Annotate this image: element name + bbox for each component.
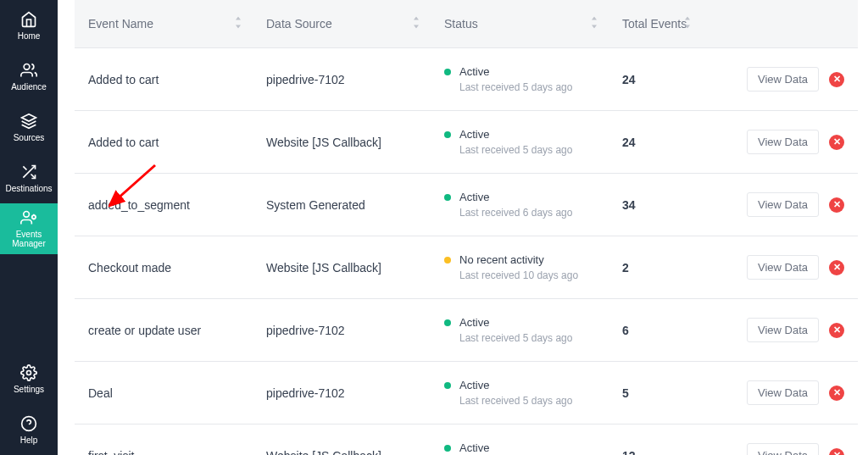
event-name: Added to cart [88, 73, 239, 86]
sidebar-label: Sources [12, 133, 47, 142]
event-name: added_to_segment [88, 198, 239, 212]
view-data-button[interactable]: View Data [747, 443, 819, 455]
status-cell: Active Last received 5 days ago [444, 65, 595, 93]
delete-icon[interactable]: ✕ [829, 72, 844, 87]
total-events: 24 [622, 136, 636, 149]
row-actions: View Data ✕ [715, 67, 844, 92]
table-row: create or update user pipedrive-7102 Act… [75, 299, 858, 362]
events-table: Event Name Data Source Status [75, 0, 858, 455]
row-actions: View Data ✕ [715, 130, 844, 154]
sidebar-label: Home [16, 31, 42, 41]
col-header-event-name[interactable]: Event Name [75, 0, 253, 48]
delete-icon[interactable]: ✕ [829, 448, 844, 456]
view-data-button[interactable]: View Data [747, 255, 819, 280]
status-cell: Active Last received 5 days ago [444, 128, 595, 156]
status-dot-icon [444, 319, 451, 326]
status-text: No recent activity [459, 253, 544, 266]
row-actions: View Data ✕ [715, 318, 844, 342]
sidebar-item-events-manager[interactable]: Events Manager [0, 203, 58, 254]
status-last-received: Last received 5 days ago [459, 144, 595, 156]
sidebar-item-help[interactable]: Help [0, 404, 58, 455]
help-icon [20, 415, 37, 432]
table-row: added_to_segment System Generated Active… [75, 174, 858, 236]
col-header-label: Status [444, 17, 478, 31]
status-text: Active [459, 379, 489, 391]
event-name: first_visit [88, 449, 239, 456]
total-events: 12 [622, 449, 636, 456]
sidebar-label: Audience [9, 82, 48, 92]
svg-line-4 [23, 166, 26, 169]
delete-icon[interactable]: ✕ [829, 260, 844, 275]
status-cell: Active Last received 6 days ago [444, 441, 595, 455]
col-header-label: Event Name [88, 17, 153, 31]
sidebar-label: Events Manager [0, 230, 58, 248]
total-events: 24 [622, 73, 636, 86]
status-last-received: Last received 6 days ago [459, 207, 595, 219]
svg-point-5 [24, 212, 30, 218]
sort-icon[interactable] [234, 17, 242, 31]
status-text: Active [459, 65, 489, 78]
sort-icon[interactable] [590, 17, 598, 31]
col-header-label: Data Source [266, 17, 332, 31]
svg-point-7 [27, 370, 31, 375]
sidebar-item-settings[interactable]: Settings [0, 353, 58, 404]
view-data-button[interactable]: View Data [747, 130, 819, 154]
sidebar: Home Audience Sources Destinations Event… [0, 0, 58, 455]
data-source: pipedrive-7102 [266, 73, 417, 86]
gear-icon [20, 364, 37, 381]
status-last-received: Last received 10 days ago [459, 269, 595, 281]
table-row: Checkout made Website [JS Callback] No r… [75, 236, 858, 299]
col-header-data-source[interactable]: Data Source [253, 0, 431, 48]
sidebar-nav: Home Audience Sources Destinations Event… [0, 0, 58, 353]
col-header-label: Total Events [622, 17, 687, 31]
table-row: first_visit Website [JS Callback] Active… [75, 424, 858, 456]
user-gear-icon [20, 209, 37, 226]
sidebar-item-home[interactable]: Home [0, 0, 58, 51]
shuffle-icon [20, 164, 37, 180]
main-content: Event Name Data Source Status [58, 0, 868, 455]
status-dot-icon [444, 69, 451, 75]
col-header-total-events[interactable]: Total Events [609, 0, 702, 48]
status-cell: Active Last received 5 days ago [444, 316, 595, 344]
col-header-status[interactable]: Status [431, 0, 609, 48]
view-data-button[interactable]: View Data [747, 380, 819, 405]
sidebar-item-destinations[interactable]: Destinations [0, 153, 58, 203]
total-events: 34 [622, 198, 636, 212]
status-dot-icon [444, 131, 451, 138]
row-actions: View Data ✕ [715, 380, 844, 405]
view-data-button[interactable]: View Data [747, 318, 819, 342]
view-data-button[interactable]: View Data [747, 192, 819, 217]
table-row: Added to cart pipedrive-7102 Active Last… [75, 48, 858, 111]
status-last-received: Last received 5 days ago [459, 332, 595, 344]
row-actions: View Data ✕ [715, 443, 844, 455]
home-icon [20, 11, 37, 28]
status-dot-icon [444, 257, 451, 264]
sidebar-label: Destinations [3, 184, 53, 193]
users-icon [20, 62, 37, 79]
status-cell: No recent activity Last received 10 days… [444, 253, 595, 281]
status-cell: Active Last received 5 days ago [444, 379, 595, 407]
sidebar-bottom: Settings Help [0, 353, 58, 455]
data-source: pipedrive-7102 [266, 386, 417, 400]
sidebar-label: Help [19, 436, 40, 445]
delete-icon[interactable]: ✕ [829, 386, 844, 401]
svg-point-0 [24, 64, 30, 69]
status-text: Active [459, 191, 489, 203]
view-data-button[interactable]: View Data [747, 67, 819, 92]
status-text: Active [459, 316, 489, 329]
row-actions: View Data ✕ [715, 255, 844, 280]
delete-icon[interactable]: ✕ [829, 197, 844, 213]
sidebar-item-sources[interactable]: Sources [0, 102, 58, 153]
status-text: Active [459, 441, 489, 454]
table-row: Deal pipedrive-7102 Active Last received… [75, 362, 858, 424]
layers-icon [20, 113, 37, 130]
data-source: Website [JS Callback] [266, 261, 417, 275]
data-source: Website [JS Callback] [266, 136, 417, 149]
total-events: 6 [622, 324, 629, 337]
sort-icon[interactable] [683, 17, 692, 31]
sort-icon[interactable] [412, 17, 420, 31]
delete-icon[interactable]: ✕ [829, 323, 844, 338]
table-row: Added to cart Website [JS Callback] Acti… [75, 111, 858, 174]
delete-icon[interactable]: ✕ [829, 135, 844, 150]
sidebar-item-audience[interactable]: Audience [0, 51, 58, 102]
